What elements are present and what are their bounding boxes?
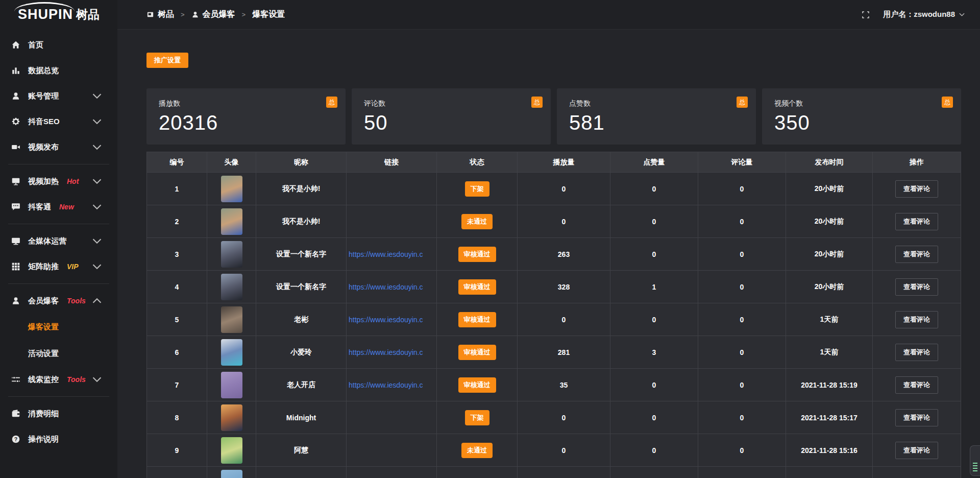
table-column-header: 点赞量 — [610, 152, 698, 173]
cell-plays: 263 — [518, 238, 610, 271]
cell-nickname: 小爱玲 — [256, 336, 347, 369]
cell-avatar — [207, 467, 256, 478]
chevron-down-icon — [92, 262, 102, 271]
view-comments-button[interactable]: 查看评论 — [895, 180, 938, 198]
chat-icon — [11, 202, 20, 211]
cell-publish-time: 20小时前 — [786, 238, 873, 271]
sidebar-item-consumption-details[interactable]: 消费明细 — [0, 401, 117, 426]
video-link[interactable]: https://www.iesdouyin.c — [349, 348, 423, 356]
brand-logo: SHUPIN 树品 — [0, 0, 117, 29]
stat-card-total-badge: 总 — [942, 97, 953, 108]
view-comments-button[interactable]: 查看评论 — [895, 278, 938, 296]
cell-status: 下架 — [437, 401, 518, 434]
cell-link — [347, 205, 437, 238]
sidebar-item-label: 账号管理 — [28, 91, 59, 101]
stat-card-likes: 点赞数总581 — [557, 88, 756, 145]
cell-comments: 0 — [698, 271, 786, 303]
sidebar-item-account-management[interactable]: 账号管理 — [0, 83, 117, 109]
view-comments-button[interactable]: 查看评论 — [895, 344, 938, 361]
view-comments-button[interactable]: 查看评论 — [895, 246, 938, 263]
stat-card-comments: 评论数总50 — [352, 88, 551, 145]
page-content: 推广设置 播放数总20316评论数总50点赞数总581视频个数总350 编号头像… — [117, 30, 980, 478]
cell-link — [347, 434, 437, 467]
sidebar-item-data-overview[interactable]: 数据总览 — [0, 58, 117, 83]
user-icon — [11, 91, 20, 101]
sidebar-item-label: 操作说明 — [28, 435, 59, 444]
view-comments-button[interactable]: 查看评论 — [895, 376, 938, 394]
cell-status: 下架 — [437, 173, 518, 205]
video-link[interactable]: https://www.iesdouyin.c — [349, 283, 423, 291]
sidebar-item-label: 抖音SEO — [28, 117, 60, 127]
cell-comments: 0 — [698, 173, 786, 205]
data-table: 编号头像昵称链接状态播放量点赞量评论量发布时间操作 1 我不是小帅! 下架 0 … — [146, 152, 961, 478]
avatar — [221, 274, 242, 300]
sidebar-item-video-publish[interactable]: 视频发布 — [0, 134, 117, 160]
sidebar-item-clue-monitoring[interactable]: 线索监控Tools — [0, 367, 117, 392]
view-comments-button[interactable]: 查看评论 — [895, 213, 938, 230]
sidebar-item-douketong[interactable]: 抖客通New — [0, 194, 117, 220]
sidebar-item-home[interactable]: 首页 — [0, 32, 117, 58]
sidebar-item-matrix-boost[interactable]: 矩阵助推VIP — [0, 254, 117, 279]
fullscreen-icon[interactable] — [862, 11, 870, 19]
cell-nickname: 我不是小帅! — [256, 173, 347, 205]
cell-action: 查看评论 — [873, 369, 961, 401]
video-link[interactable]: https://www.iesdouyin.c — [349, 316, 423, 324]
promo-settings-button[interactable]: 推广设置 — [146, 53, 188, 68]
stat-card-total-badge: 总 — [737, 97, 748, 108]
cell-publish-time: 2021-11-28 15:17 — [786, 401, 873, 434]
table-column-header: 发布时间 — [786, 152, 873, 173]
breadcrumb-separator: > — [242, 11, 246, 18]
breadcrumb-item-member-baoke[interactable]: 会员爆客 — [191, 9, 235, 20]
table-row — [147, 467, 961, 478]
cell-avatar — [207, 238, 256, 271]
sidebar-subitem-baoke-settings[interactable]: 爆客设置 — [0, 314, 117, 340]
cell-nickname: 我不是小帅! — [256, 205, 347, 238]
stat-card-label: 点赞数 — [569, 99, 591, 107]
sidebar-divider — [8, 164, 109, 164]
cell-number — [147, 467, 207, 478]
view-comments-button[interactable]: 查看评论 — [895, 442, 938, 459]
sidebar-subitem-label: 活动设置 — [28, 349, 59, 358]
cell-comments: 0 — [698, 238, 786, 271]
floating-widget[interactable] — [970, 445, 980, 476]
sidebar-item-operation-guide[interactable]: ?操作说明 — [0, 426, 117, 452]
view-comments-button[interactable]: 查看评论 — [895, 311, 938, 328]
stat-card-plays: 播放数总20316 — [146, 88, 346, 145]
cell-number: 2 — [147, 205, 207, 238]
sidebar-item-all-media-operation[interactable]: 全媒体运营 — [0, 228, 117, 254]
cell-action: 查看评论 — [873, 205, 961, 238]
cell-link: https://www.iesdouyin.c — [347, 369, 437, 401]
cell-avatar — [207, 369, 256, 401]
cell-status: 审核通过 — [437, 336, 518, 369]
breadcrumb-item-shupin[interactable]: 树品 — [146, 9, 174, 20]
status-badge: 审核通过 — [458, 312, 496, 327]
cell-number: 9 — [147, 434, 207, 467]
sidebar-item-member-baoke[interactable]: 会员爆客Tools — [0, 288, 117, 314]
stat-card-label: 评论数 — [364, 99, 385, 107]
cell-status: 未通过 — [437, 434, 518, 467]
cell-action: 查看评论 — [873, 434, 961, 467]
cell-number: 7 — [147, 369, 207, 401]
sidebar-item-douyin-seo[interactable]: 抖音SEO — [0, 109, 117, 134]
breadcrumb-item-baoke-settings[interactable]: 爆客设置 — [252, 9, 285, 20]
cell-publish-time: 2021-11-28 15:19 — [786, 369, 873, 401]
cell-link — [347, 401, 437, 434]
cell-nickname: 老彬 — [256, 303, 347, 336]
user-menu[interactable]: 用户名：zswodun88 — [883, 10, 965, 19]
screen-icon — [11, 177, 20, 186]
table-body: 1 我不是小帅! 下架 0 0 0 20小时前 查看评论 2 我不是小帅! 未通… — [147, 173, 961, 478]
table-column-header: 昵称 — [256, 152, 347, 173]
cell-avatar — [207, 401, 256, 434]
sidebar-subitem-activity-settings[interactable]: 活动设置 — [0, 340, 117, 367]
user-area: 用户名：zswodun88 — [862, 10, 965, 19]
view-comments-button[interactable]: 查看评论 — [895, 409, 938, 426]
sidebar-item-video-heating[interactable]: 视频加热Hot — [0, 169, 117, 194]
table-row: 9 阿慧 未通过 0 0 0 2021-11-28 15:16 查看评论 — [147, 434, 961, 467]
video-link[interactable]: https://www.iesdouyin.c — [349, 381, 423, 389]
video-camera-icon — [11, 142, 20, 152]
sidebar-item-label: 视频发布 — [28, 142, 59, 152]
sidebar-item-label: 首页 — [28, 40, 43, 50]
table-row: 7 老人开店 https://www.iesdouyin.c 审核通过 35 0… — [147, 369, 961, 401]
cell-action: 查看评论 — [873, 173, 961, 205]
video-link[interactable]: https://www.iesdouyin.c — [349, 250, 423, 258]
